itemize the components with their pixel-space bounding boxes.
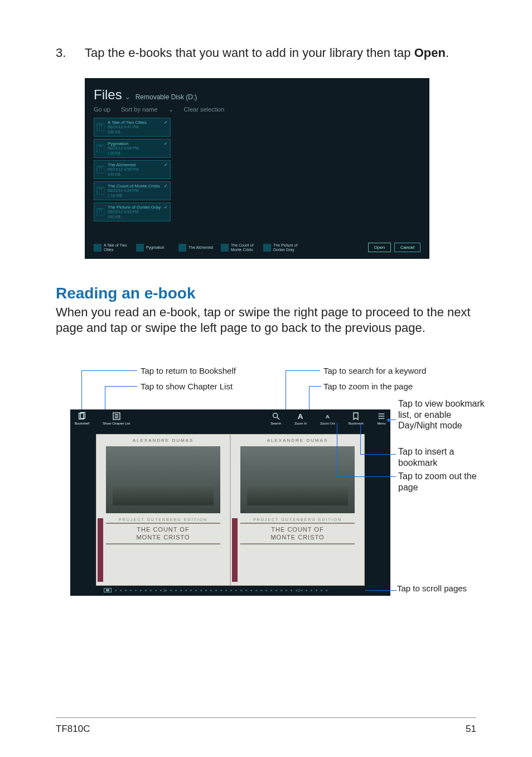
- file-meta: 08/23/12 4:24 PM: [108, 189, 160, 193]
- file-size: 241 KB: [108, 215, 161, 219]
- file-title: The Count of Monte Cristo: [108, 184, 160, 189]
- callout-line: [81, 370, 82, 415]
- book-icon: [263, 244, 271, 252]
- cover-image: [106, 446, 221, 513]
- callout-line: [360, 423, 361, 454]
- file-info: A Tale of Two Cities 08/23/12 4:47 PM 33…: [108, 120, 147, 134]
- menu-button[interactable]: Menu: [377, 412, 386, 425]
- selection-pill[interactable]: The Alchemist: [178, 244, 217, 252]
- author-text: ALEXANDRE DUMAS: [267, 438, 328, 443]
- callout-line: [365, 590, 397, 591]
- sort-button[interactable]: Sort by name ⌄: [121, 106, 173, 113]
- cancel-button[interactable]: Cancel: [394, 243, 420, 252]
- files-controls: Go up Sort by name ⌄ Clear selection: [94, 106, 420, 113]
- callout-line: [81, 370, 137, 371]
- zoom-out-button[interactable]: A Zoom Out: [320, 412, 335, 425]
- search-button[interactable]: Search: [270, 412, 281, 425]
- callout-search: Tap to search for a keyword: [323, 366, 426, 375]
- step-prefix: Tap the e-books that you want to add in …: [85, 46, 414, 60]
- sort-label: Sort by name: [121, 106, 157, 113]
- book-page-right[interactable]: ALEXANDRE DUMAS PROJECT GUTENBERG EDITIO…: [230, 434, 365, 586]
- search-icon: [272, 412, 280, 421]
- bookshelf-icon: [78, 412, 86, 421]
- svg-line-7: [277, 417, 279, 420]
- open-button[interactable]: Open: [368, 243, 391, 252]
- footer-page-number: 51: [466, 724, 476, 735]
- file-item[interactable]: Pygmalion 08/23/12 5:04 PM 118 KB ✓: [94, 139, 171, 158]
- zoom-in-button[interactable]: A Zoom In: [294, 412, 307, 425]
- file-meta: 08/23/12 5:04 PM: [108, 146, 138, 151]
- file-size: 335 KB: [108, 130, 147, 134]
- menu-icon: [377, 412, 386, 421]
- selection-label: The Count of Monte Cristo: [231, 243, 260, 252]
- svg-point-6: [273, 413, 277, 418]
- callout-line: [105, 386, 137, 387]
- file-item[interactable]: The Count of Monte Cristo 08/23/12 4:24 …: [94, 181, 171, 200]
- bookmark-icon: [351, 412, 360, 421]
- go-up-button[interactable]: Go up: [94, 106, 110, 113]
- callout-line: [286, 370, 320, 371]
- callout-line: [309, 386, 321, 387]
- file-info: The Count of Monte Cristo 08/23/12 4:24 …: [108, 184, 160, 198]
- file-title: The Picture of Dorian Gray: [108, 205, 161, 210]
- file-title: The Alchemist: [108, 162, 138, 168]
- page-footer: TF810C 51: [56, 717, 476, 735]
- footer-model: TF810C: [56, 724, 90, 735]
- reader-app: Bookshelf Show Chapter List Search A Zoo…: [70, 409, 390, 596]
- bookshelf-button[interactable]: Bookshelf: [75, 412, 89, 425]
- reader-pages[interactable]: ALEXANDRE DUMAS PROJECT GUTENBERG EDITIO…: [96, 434, 365, 586]
- book-icon: [94, 244, 101, 252]
- step-text: Tap the e-books that you want to add in …: [85, 46, 476, 60]
- reader-diagram: Tap to return to Bookshelf Tap to show C…: [61, 361, 485, 596]
- svg-text:A: A: [326, 414, 330, 420]
- book-title-2: MONTE CRISTO: [240, 534, 355, 541]
- clear-selection-button[interactable]: Clear selection: [184, 106, 225, 113]
- chapter-list-button[interactable]: Show Chapter List: [103, 412, 130, 425]
- callout-scroll: Tap to scroll pages: [397, 584, 467, 593]
- callout-chapter: Tap to show Chapter List: [141, 382, 233, 391]
- callout-line: [337, 423, 337, 476]
- book-icon: [96, 166, 104, 173]
- files-title: Files: [94, 87, 122, 103]
- chevron-down-icon[interactable]: ⌄: [124, 92, 131, 101]
- callout-bookshelf: Tap to return to Bookshelf: [141, 366, 236, 375]
- author-text: ALEXANDRE DUMAS: [133, 438, 194, 443]
- instruction-step: 3. Tap the e-books that you want to add …: [56, 46, 476, 60]
- bookshelf-label: Bookshelf: [75, 422, 89, 425]
- selection-pill[interactable]: The Picture of Dorian Gray: [263, 243, 302, 252]
- book-icon: [96, 208, 104, 216]
- book-page-left[interactable]: ALEXANDRE DUMAS PROJECT GUTENBERG EDITIO…: [96, 434, 230, 586]
- selection-label: Pygmalion: [146, 245, 175, 250]
- file-info: The Picture of Dorian Gray 08/23/12 4:48…: [108, 205, 161, 219]
- book-icon: [136, 244, 144, 252]
- selection-pill[interactable]: Pygmalion: [136, 244, 175, 252]
- scroller-thumb[interactable]: [104, 588, 112, 592]
- check-icon: ✓: [164, 184, 168, 189]
- page-scroller[interactable]: [104, 588, 357, 592]
- callout-line: [286, 370, 286, 415]
- callout-zoomout: Tap to zoom out the page: [398, 471, 487, 492]
- selection-pill[interactable]: A Tale of Two Cities: [94, 243, 133, 252]
- file-meta: 08/23/12 4:47 PM: [108, 125, 147, 129]
- cover-image: [240, 446, 355, 513]
- selection-label: The Alchemist: [188, 245, 217, 250]
- spine-decoration: [232, 518, 238, 582]
- callout-zoomin: Tap to zoom in the page: [323, 382, 413, 391]
- section-heading: Reading an e-book: [56, 285, 476, 302]
- bookmark-button[interactable]: Bookmark: [349, 412, 364, 425]
- check-icon: ✓: [164, 162, 168, 167]
- title-block: THE COUNT OF MONTE CRISTO: [240, 523, 355, 544]
- reader-toolbar: Bookshelf Show Chapter List Search A Zoo…: [70, 409, 390, 431]
- edition-text: PROJECT GUTENBERG EDITION: [253, 518, 342, 522]
- file-item[interactable]: The Picture of Dorian Gray 08/23/12 4:48…: [94, 202, 171, 221]
- menu-label: Menu: [377, 422, 385, 425]
- selection-pill[interactable]: The Count of Monte Cristo: [221, 243, 260, 252]
- zoom-out-icon: A: [323, 412, 332, 421]
- check-icon: ✓: [164, 205, 168, 210]
- list-icon: [112, 412, 121, 421]
- file-item[interactable]: The Alchemist 08/23/12 4:50 PM 145 KB ✓: [94, 160, 171, 179]
- file-list: A Tale of Two Cities 08/23/12 4:47 PM 33…: [94, 118, 420, 221]
- zoom-out-label: Zoom Out: [320, 422, 335, 425]
- file-size: 145 KB: [108, 172, 138, 177]
- file-item[interactable]: A Tale of Two Cities 08/23/12 4:47 PM 33…: [94, 118, 171, 137]
